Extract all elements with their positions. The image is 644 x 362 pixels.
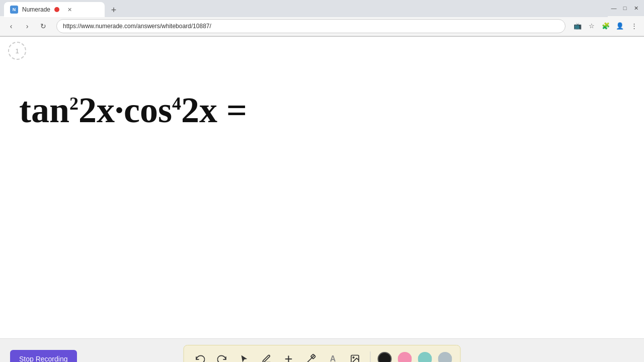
tab-title: Numerade	[22, 6, 50, 13]
bookmark-icon[interactable]: ☆	[586, 20, 598, 32]
cast-icon[interactable]: 📺	[572, 20, 584, 32]
step-number: 1	[15, 47, 19, 55]
maximize-button[interactable]: □	[621, 4, 629, 12]
step-indicator: 1	[8, 42, 26, 60]
tab-recording-indicator	[54, 7, 59, 12]
color-black[interactable]	[378, 352, 392, 363]
pen-tool-button[interactable]	[259, 351, 275, 363]
more-icon[interactable]: ⋮	[628, 20, 640, 32]
color-gray[interactable]	[438, 352, 452, 363]
profile-icon[interactable]: 👤	[614, 20, 626, 32]
cos-exponent: 4	[172, 94, 181, 114]
text-tool-button[interactable]: A	[325, 351, 341, 363]
window-controls: — □ ✕	[610, 4, 640, 12]
tab-favicon: N	[10, 6, 18, 14]
toolbar-separator	[370, 351, 371, 363]
redo-button[interactable]	[214, 351, 230, 363]
reload-button[interactable]: ↻	[36, 19, 50, 33]
extension-icon[interactable]: 🧩	[600, 20, 612, 32]
svg-point-5	[353, 356, 354, 358]
back-button[interactable]: ‹	[4, 19, 18, 33]
color-green[interactable]	[418, 352, 432, 363]
forward-button[interactable]: ›	[20, 19, 34, 33]
navigation-bar: ‹ › ↻ https://www.numerade.com/answers/w…	[0, 16, 644, 36]
whiteboard-canvas[interactable]: 1 tan22x·cos42x =	[0, 37, 644, 338]
tab-close-button[interactable]: ✕	[65, 6, 73, 14]
drawing-toolbar: A	[184, 345, 461, 363]
image-tool-button[interactable]	[347, 351, 363, 363]
browser-toolbar-icons: 📺 ☆ 🧩 👤 ⋮	[572, 20, 640, 32]
browser-tab[interactable]: N Numerade ✕	[4, 2, 105, 17]
highlighter-tool-button[interactable]	[303, 351, 319, 363]
select-tool-button[interactable]	[236, 351, 253, 363]
stop-recording-button[interactable]: Stop Recording	[10, 350, 77, 363]
address-bar[interactable]: https://www.numerade.com/answers/whitebo…	[56, 19, 566, 33]
minimize-button[interactable]: —	[610, 4, 618, 12]
math-expression: tan22x·cos42x =	[19, 92, 247, 128]
color-pink[interactable]	[398, 352, 412, 363]
url-text: https://www.numerade.com/answers/whitebo…	[63, 23, 211, 30]
browser-chrome: N Numerade ✕ + — □ ✕ ‹ › ↻ https://www.n…	[0, 0, 644, 37]
close-button[interactable]: ✕	[632, 4, 640, 12]
tab-bar: N Numerade ✕ +	[4, 0, 608, 17]
tan-exponent: 2	[69, 94, 78, 114]
new-tab-button[interactable]: +	[107, 3, 121, 17]
title-bar: N Numerade ✕ + — □ ✕	[0, 0, 644, 16]
undo-button[interactable]	[192, 351, 208, 363]
bottom-toolbar: Stop Recording	[0, 338, 644, 362]
add-tool-button[interactable]	[281, 351, 297, 363]
